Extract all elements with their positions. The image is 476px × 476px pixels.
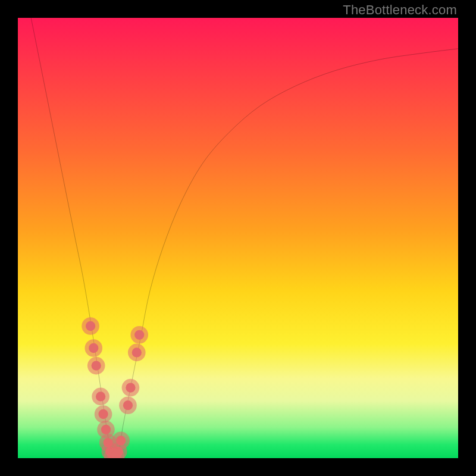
marker-inner <box>132 347 142 357</box>
marker-inner <box>86 321 95 331</box>
marker-inner <box>92 361 101 370</box>
chart-stage: TheBottleneck.com <box>0 0 476 476</box>
marker-inner <box>96 392 105 401</box>
plot-area <box>18 18 458 458</box>
marker-inner <box>123 400 133 410</box>
marker-inner <box>116 436 126 445</box>
marker-inner <box>126 383 135 392</box>
marker-inner <box>89 343 98 353</box>
marker-inner <box>134 330 144 340</box>
watermark-text: TheBottleneck.com <box>343 2 457 18</box>
marker-inner <box>98 409 108 419</box>
highlighted-points-group <box>82 317 148 458</box>
curve-svg <box>18 18 458 458</box>
marker-inner <box>101 425 111 434</box>
